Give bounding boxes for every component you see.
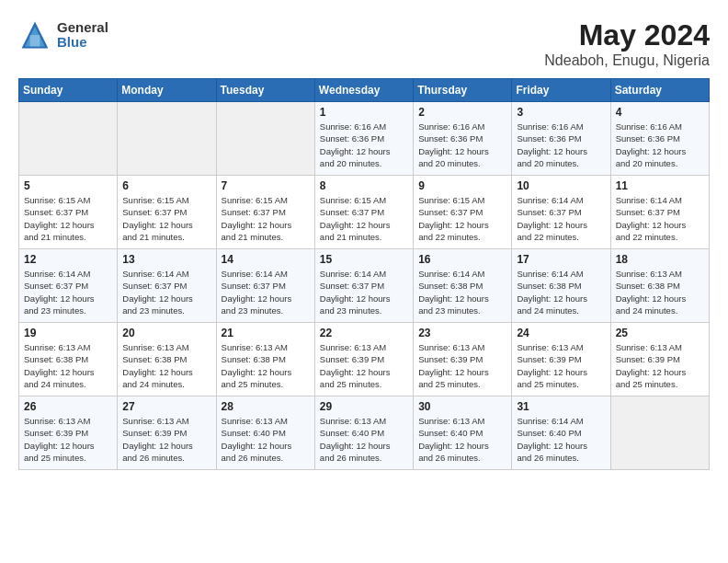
- day-number: 15: [320, 253, 408, 266]
- calendar-week-row: 12Sunrise: 6:14 AM Sunset: 6:37 PM Dayli…: [19, 249, 710, 323]
- calendar-day-cell: 26Sunrise: 6:13 AM Sunset: 6:39 PM Dayli…: [19, 396, 118, 470]
- day-number: 6: [122, 179, 210, 192]
- day-number: 7: [222, 179, 310, 192]
- day-info: Sunrise: 6:15 AM Sunset: 6:37 PM Dayligh…: [122, 194, 210, 243]
- day-of-week-header: Friday: [512, 79, 610, 102]
- day-number: 3: [517, 106, 605, 119]
- calendar-week-row: 5Sunrise: 6:15 AM Sunset: 6:37 PM Daylig…: [19, 176, 710, 249]
- calendar-day-cell: 30Sunrise: 6:13 AM Sunset: 6:40 PM Dayli…: [414, 396, 512, 470]
- day-number: 31: [517, 400, 605, 413]
- calendar-day-cell: 1Sunrise: 6:16 AM Sunset: 6:36 PM Daylig…: [314, 102, 413, 176]
- day-number: 22: [320, 327, 408, 339]
- day-number: 5: [24, 179, 112, 192]
- day-number: 10: [517, 179, 605, 192]
- calendar-day-cell: 6Sunrise: 6:15 AM Sunset: 6:37 PM Daylig…: [118, 176, 216, 249]
- day-info: Sunrise: 6:14 AM Sunset: 6:40 PM Dayligh…: [517, 415, 605, 464]
- calendar-week-row: 1Sunrise: 6:16 AM Sunset: 6:36 PM Daylig…: [19, 102, 710, 176]
- day-info: Sunrise: 6:15 AM Sunset: 6:37 PM Dayligh…: [24, 194, 112, 243]
- calendar-day-cell: 23Sunrise: 6:13 AM Sunset: 6:39 PM Dayli…: [414, 323, 512, 396]
- day-number: 19: [24, 327, 112, 339]
- logo-icon: [18, 18, 51, 52]
- calendar-day-cell: 7Sunrise: 6:15 AM Sunset: 6:37 PM Daylig…: [216, 176, 314, 249]
- calendar-day-cell: 18Sunrise: 6:13 AM Sunset: 6:38 PM Dayli…: [610, 249, 709, 323]
- day-number: 17: [517, 253, 605, 266]
- calendar-day-cell: 16Sunrise: 6:14 AM Sunset: 6:38 PM Dayli…: [414, 249, 512, 323]
- calendar-week-row: 19Sunrise: 6:13 AM Sunset: 6:38 PM Dayli…: [19, 323, 710, 396]
- logo-general-label: General: [57, 20, 108, 36]
- day-info: Sunrise: 6:13 AM Sunset: 6:39 PM Dayligh…: [517, 341, 605, 390]
- calendar-day-cell: 15Sunrise: 6:14 AM Sunset: 6:37 PM Dayli…: [314, 249, 413, 323]
- day-number: 24: [517, 327, 605, 339]
- day-info: Sunrise: 6:13 AM Sunset: 6:38 PM Dayligh…: [616, 268, 704, 316]
- calendar-day-cell: 10Sunrise: 6:14 AM Sunset: 6:37 PM Dayli…: [512, 176, 610, 249]
- calendar-day-cell: 11Sunrise: 6:14 AM Sunset: 6:37 PM Dayli…: [610, 176, 709, 249]
- day-of-week-header: Sunday: [19, 79, 118, 102]
- day-info: Sunrise: 6:14 AM Sunset: 6:37 PM Dayligh…: [517, 194, 605, 243]
- day-info: Sunrise: 6:16 AM Sunset: 6:36 PM Dayligh…: [616, 121, 704, 169]
- day-number: 4: [616, 106, 704, 119]
- day-info: Sunrise: 6:13 AM Sunset: 6:38 PM Dayligh…: [122, 341, 210, 390]
- calendar-day-cell: 24Sunrise: 6:13 AM Sunset: 6:39 PM Dayli…: [512, 323, 610, 396]
- day-info: Sunrise: 6:14 AM Sunset: 6:37 PM Dayligh…: [616, 194, 704, 243]
- day-number: 27: [122, 400, 210, 413]
- calendar-day-cell: 9Sunrise: 6:15 AM Sunset: 6:37 PM Daylig…: [414, 176, 512, 249]
- day-number: 16: [418, 253, 506, 266]
- day-info: Sunrise: 6:16 AM Sunset: 6:36 PM Dayligh…: [517, 121, 605, 169]
- day-number: 18: [616, 253, 704, 266]
- calendar-day-cell: 12Sunrise: 6:14 AM Sunset: 6:37 PM Dayli…: [19, 249, 118, 323]
- calendar-day-cell: 5Sunrise: 6:15 AM Sunset: 6:37 PM Daylig…: [19, 176, 118, 249]
- day-number: 9: [418, 179, 506, 192]
- calendar-day-cell: 25Sunrise: 6:13 AM Sunset: 6:39 PM Dayli…: [610, 323, 709, 396]
- day-number: 29: [320, 400, 408, 413]
- day-info: Sunrise: 6:14 AM Sunset: 6:38 PM Dayligh…: [418, 268, 506, 316]
- day-of-week-header: Tuesday: [216, 79, 314, 102]
- day-info: Sunrise: 6:14 AM Sunset: 6:37 PM Dayligh…: [222, 268, 310, 316]
- day-info: Sunrise: 6:15 AM Sunset: 6:37 PM Dayligh…: [418, 194, 506, 243]
- calendar-day-cell: [610, 396, 709, 470]
- calendar-day-cell: 31Sunrise: 6:14 AM Sunset: 6:40 PM Dayli…: [512, 396, 610, 470]
- logo-blue-label: Blue: [57, 35, 108, 51]
- day-info: Sunrise: 6:14 AM Sunset: 6:37 PM Dayligh…: [320, 268, 408, 316]
- day-info: Sunrise: 6:13 AM Sunset: 6:40 PM Dayligh…: [418, 415, 506, 464]
- day-number: 26: [24, 400, 112, 413]
- day-number: 30: [418, 400, 506, 413]
- day-of-week-header: Wednesday: [314, 79, 413, 102]
- calendar-body: 1Sunrise: 6:16 AM Sunset: 6:36 PM Daylig…: [19, 102, 710, 470]
- day-info: Sunrise: 6:14 AM Sunset: 6:38 PM Dayligh…: [517, 268, 605, 316]
- calendar-table: SundayMondayTuesdayWednesdayThursdayFrid…: [18, 78, 710, 470]
- day-of-week-header: Thursday: [414, 79, 512, 102]
- day-number: 14: [222, 253, 310, 266]
- calendar-day-cell: [216, 102, 314, 176]
- calendar-day-cell: 28Sunrise: 6:13 AM Sunset: 6:40 PM Dayli…: [216, 396, 314, 470]
- logo-text: General Blue: [57, 20, 108, 51]
- day-number: 11: [616, 179, 704, 192]
- page-header: General Blue May 2024 Ndeaboh, Enugu, Ni…: [18, 18, 710, 69]
- calendar-day-cell: 8Sunrise: 6:15 AM Sunset: 6:37 PM Daylig…: [314, 176, 413, 249]
- day-info: Sunrise: 6:13 AM Sunset: 6:39 PM Dayligh…: [24, 415, 112, 464]
- day-number: 21: [222, 327, 310, 339]
- day-of-week-header: Monday: [118, 79, 216, 102]
- days-of-week-row: SundayMondayTuesdayWednesdayThursdayFrid…: [19, 79, 710, 102]
- day-info: Sunrise: 6:13 AM Sunset: 6:39 PM Dayligh…: [320, 341, 408, 390]
- day-number: 28: [222, 400, 310, 413]
- day-info: Sunrise: 6:13 AM Sunset: 6:38 PM Dayligh…: [222, 341, 310, 390]
- day-of-week-header: Saturday: [610, 79, 709, 102]
- calendar-day-cell: 2Sunrise: 6:16 AM Sunset: 6:36 PM Daylig…: [414, 102, 512, 176]
- calendar-day-cell: 14Sunrise: 6:14 AM Sunset: 6:37 PM Dayli…: [216, 249, 314, 323]
- calendar-day-cell: 17Sunrise: 6:14 AM Sunset: 6:38 PM Dayli…: [512, 249, 610, 323]
- day-info: Sunrise: 6:14 AM Sunset: 6:37 PM Dayligh…: [122, 268, 210, 316]
- calendar-header: SundayMondayTuesdayWednesdayThursdayFrid…: [19, 79, 710, 102]
- day-number: 8: [320, 179, 408, 192]
- day-info: Sunrise: 6:14 AM Sunset: 6:37 PM Dayligh…: [24, 268, 112, 316]
- day-info: Sunrise: 6:13 AM Sunset: 6:40 PM Dayligh…: [222, 415, 310, 464]
- calendar-day-cell: [19, 102, 118, 176]
- calendar-day-cell: 27Sunrise: 6:13 AM Sunset: 6:39 PM Dayli…: [118, 396, 216, 470]
- calendar-day-cell: 20Sunrise: 6:13 AM Sunset: 6:38 PM Dayli…: [118, 323, 216, 396]
- calendar-day-cell: [118, 102, 216, 176]
- calendar-day-cell: 29Sunrise: 6:13 AM Sunset: 6:40 PM Dayli…: [314, 396, 413, 470]
- calendar-location: Ndeaboh, Enugu, Nigeria: [544, 52, 710, 69]
- day-number: 2: [418, 106, 506, 119]
- day-number: 12: [24, 253, 112, 266]
- day-info: Sunrise: 6:13 AM Sunset: 6:38 PM Dayligh…: [24, 341, 112, 390]
- calendar-title: May 2024: [544, 18, 710, 52]
